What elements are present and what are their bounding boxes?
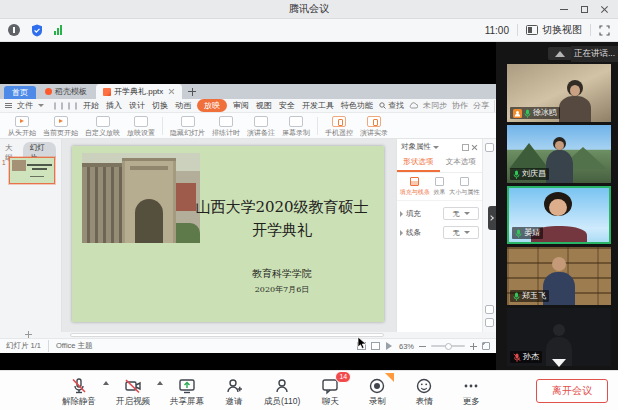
play-from-start-icon <box>15 116 29 127</box>
fullscreen-icon[interactable] <box>599 25 610 36</box>
zoom-in-icon[interactable] <box>470 343 477 350</box>
video-tile[interactable]: 刘庆昌 <box>507 125 611 183</box>
photo-detail <box>135 199 163 243</box>
ribbon-tab-features[interactable]: 特色功能 <box>340 100 374 111</box>
close-button[interactable] <box>594 0 614 19</box>
slide-sorter-icon[interactable] <box>371 342 380 350</box>
side-tool-icon[interactable] <box>485 318 494 327</box>
promo-corner-badge <box>385 373 394 382</box>
wps-document-tab[interactable]: 开学典礼.pptx <box>96 84 182 99</box>
expand-icon[interactable] <box>400 211 403 217</box>
new-tab-button[interactable] <box>186 86 198 98</box>
ribbon-tab-view[interactable]: 视图 <box>255 100 273 111</box>
scroll-down-icon[interactable] <box>552 359 566 367</box>
members-button[interactable]: 成员(110) <box>264 376 300 406</box>
wps-side-strip <box>482 139 496 332</box>
line-select[interactable]: 无 <box>443 226 479 239</box>
pin-panel-icon[interactable] <box>462 144 469 151</box>
participant-nametag: 徐冰鸥 <box>510 107 560 119</box>
network-signal-icon[interactable] <box>54 25 62 35</box>
leave-meeting-button[interactable]: 离开会议 <box>536 379 608 403</box>
switch-view-button[interactable]: 切换视图 <box>526 23 582 37</box>
scroll-up-button[interactable] <box>548 47 572 60</box>
ribbon-btn-phone-remote[interactable]: 手机遥控 <box>325 116 353 136</box>
fit-slide-icon[interactable] <box>482 342 490 350</box>
assistant-icon[interactable] <box>485 143 494 152</box>
ribbon-btn-from-current[interactable]: 当前页开始 <box>43 116 78 136</box>
chevron-down-icon[interactable] <box>433 146 439 149</box>
fill-select[interactable]: 无 <box>443 207 479 220</box>
video-tile[interactable]: 郑玉飞 <box>507 247 611 305</box>
divider <box>590 24 591 36</box>
meeting-info-icon[interactable] <box>8 24 20 36</box>
shape-options-tab[interactable]: 形状选项 <box>397 155 440 172</box>
close-tab-icon[interactable] <box>168 88 175 95</box>
ribbon-tab-devtools[interactable]: 开发工具 <box>301 100 335 111</box>
hamburger-menu-icon[interactable] <box>5 103 12 108</box>
size-properties-tab[interactable]: 大小与属性 <box>449 177 479 197</box>
wps-docer-tab[interactable]: 稻壳模板 <box>40 84 92 99</box>
side-tool-icon[interactable] <box>485 305 494 314</box>
minimize-button[interactable] <box>554 0 574 19</box>
collab-button[interactable]: 协作 <box>452 100 468 111</box>
video-options-caret[interactable] <box>157 381 163 385</box>
wps-body: 大纲 幻灯片 1 <box>0 139 496 332</box>
mic-options-caret[interactable] <box>103 381 109 385</box>
text-options-tab[interactable]: 文本选项 <box>440 155 483 172</box>
print-icon[interactable] <box>61 102 63 110</box>
ribbon-btn-custom-show[interactable]: 自定义放映 <box>85 116 120 136</box>
icon-tab-label: 大小与属性 <box>449 188 479 197</box>
collapse-panel-handle[interactable] <box>488 206 496 230</box>
security-shield-icon[interactable] <box>31 24 43 37</box>
ribbon-tab-review[interactable]: 审阅 <box>232 100 250 111</box>
zoom-slider[interactable] <box>431 345 465 347</box>
ribbon-tab-animation[interactable]: 动画 <box>174 100 192 111</box>
share-button[interactable]: 分享 <box>473 100 489 111</box>
save-icon[interactable] <box>54 102 56 110</box>
video-tile[interactable]: 孙杰 <box>507 308 611 366</box>
slideshow-view-icon[interactable] <box>385 342 394 350</box>
find-button[interactable]: 查找 <box>379 100 404 111</box>
ribbon-tab-transition[interactable]: 切换 <box>151 100 169 111</box>
file-menu[interactable]: 文件 <box>17 100 33 111</box>
ribbon-tab-security[interactable]: 安全 <box>278 100 296 111</box>
more-button[interactable]: 更多 <box>454 376 488 406</box>
record-button[interactable]: 录制 <box>360 376 394 406</box>
share-screen-button[interactable]: 共享屏幕 <box>170 376 204 406</box>
redo-icon[interactable] <box>75 102 77 110</box>
ribbon-tab-insert[interactable]: 插入 <box>105 100 123 111</box>
close-panel-icon[interactable] <box>471 144 478 151</box>
video-tile-active-speaker[interactable]: 晏婧 <box>507 186 611 244</box>
emoji-button[interactable]: 表情 <box>407 376 441 406</box>
ribbon-btn-show-settings[interactable]: 放映设置 <box>127 116 155 136</box>
start-video-button[interactable]: 开启视频 <box>116 376 150 406</box>
expand-icon[interactable] <box>400 230 403 236</box>
chat-button[interactable]: 14 聊天 <box>313 376 347 406</box>
slide[interactable]: 山西大学2020级教育硕士 开学典礼 教育科学学院 2020年7月6日 <box>72 146 384 322</box>
undo-icon[interactable] <box>68 102 70 110</box>
wps-home-tab[interactable]: 首页 <box>4 86 36 99</box>
ribbon-btn-screen-record[interactable]: 屏幕录制 <box>282 116 310 136</box>
horizontal-scrollbar[interactable] <box>70 333 384 337</box>
ribbon-tab-slideshow-active[interactable]: 放映 <box>197 99 227 112</box>
sync-status-label[interactable]: 未同步 <box>423 100 447 111</box>
video-tile[interactable]: 徐冰鸥 <box>507 64 611 122</box>
effects-tab[interactable]: 效果 <box>433 177 445 197</box>
ribbon-btn-lecture-record[interactable]: 演讲实录 <box>360 116 388 136</box>
ribbon-btn-speaker-notes[interactable]: 演讲备注 <box>247 116 275 136</box>
ribbon-tab-start[interactable]: 开始 <box>82 100 100 111</box>
ribbon-btn-hide-slide[interactable]: 隐藏幻灯片 <box>170 116 205 136</box>
meeting-timer: 11:00 <box>485 25 509 36</box>
unmute-button[interactable]: 解除静音 <box>62 376 96 406</box>
zoom-slider-knob[interactable] <box>445 343 452 350</box>
invite-button[interactable]: 邀请 <box>217 376 251 406</box>
maximize-button[interactable] <box>574 0 594 19</box>
fill-line-tab[interactable]: 填充与线条 <box>400 177 430 197</box>
slide-thumbnail-selected[interactable] <box>9 157 55 184</box>
ribbon-tab-design[interactable]: 设计 <box>128 100 146 111</box>
person-silhouette <box>553 324 565 336</box>
ribbon-btn-rehearse[interactable]: 排练计时 <box>212 116 240 136</box>
zoom-out-icon[interactable] <box>419 346 426 347</box>
ribbon-btn-from-beginning[interactable]: 从头开始 <box>8 116 36 136</box>
ribbon-label: 演讲实录 <box>360 129 388 136</box>
